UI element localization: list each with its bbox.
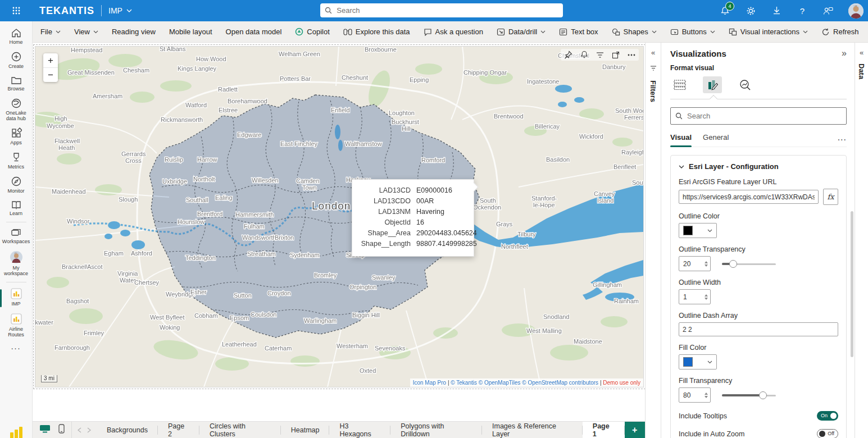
pin-visual-icon[interactable] (564, 51, 572, 59)
next-page-icon[interactable] (87, 425, 91, 435)
zoom-out-button[interactable]: − (43, 68, 58, 82)
expand-data-icon[interactable]: « (860, 48, 864, 57)
prev-page-icon[interactable] (78, 425, 81, 435)
map-label: Teddington (185, 254, 216, 261)
alerts-icon[interactable] (580, 51, 588, 59)
search-input[interactable] (335, 6, 558, 15)
expand-filters-icon[interactable]: « (651, 48, 655, 57)
mobile-layout-button[interactable]: Mobile layout (169, 28, 212, 36)
view-menu[interactable]: View (74, 28, 98, 36)
esri-url-input[interactable] (679, 190, 819, 204)
fill-color-dropdown[interactable] (679, 354, 717, 369)
stepper-icons[interactable] (705, 261, 708, 267)
shapes-menu[interactable]: Shapes (612, 28, 657, 36)
map-label: London (312, 200, 351, 212)
nav-more[interactable]: ... (0, 341, 33, 353)
nav-report-airline-routes[interactable]: Airline Routes (0, 310, 33, 341)
collapse-pane-icon[interactable]: » (842, 48, 847, 58)
help-icon[interactable]: ? (797, 5, 808, 16)
notifications-icon[interactable]: 4 (719, 5, 730, 16)
reading-view-button[interactable]: Reading view (112, 28, 156, 36)
map-label: Borehamwood (228, 98, 267, 104)
feedback-icon[interactable] (822, 5, 834, 16)
add-page-button[interactable]: + (625, 422, 645, 438)
copilot-button[interactable]: Copilot (295, 28, 329, 36)
mobile-view-icon[interactable] (58, 424, 65, 436)
outline-color-dropdown[interactable] (679, 223, 717, 238)
page-tab-images-reference-layer[interactable]: Images & Reference Layer (482, 422, 583, 438)
nav-browse[interactable]: Browse (0, 72, 33, 95)
settings-gear-icon[interactable] (745, 5, 756, 16)
fields-tab-icon[interactable] (670, 76, 689, 93)
filter-icon[interactable] (596, 52, 604, 58)
tab-general[interactable]: General (703, 133, 729, 143)
attribution-link[interactable]: © OpenStreetMap contributors (522, 380, 598, 386)
format-tab-icon[interactable] (703, 76, 722, 93)
desktop-view-icon[interactable] (39, 424, 51, 436)
app-launcher-icon[interactable] (6, 0, 27, 21)
nav-onelake-data-hub[interactable]: OneLake data hub (0, 95, 33, 125)
map-label: Epsom (230, 314, 249, 321)
pane-scrollbar[interactable] (851, 211, 853, 357)
fill-transpar ency-input[interactable]: 80 (679, 387, 711, 403)
attribution-link[interactable]: Icon Map Pro (413, 380, 446, 386)
attribution-link[interactable]: © OpenMapTiles (479, 380, 521, 386)
filters-pane-title[interactable]: Filters (649, 80, 657, 102)
more-options-icon[interactable]: ... (838, 133, 847, 143)
explore-data-button[interactable]: Explore this data (343, 28, 410, 36)
stepper-icons[interactable] (705, 393, 708, 398)
fx-conditional-format-button[interactable]: fx (823, 189, 838, 205)
map-label: Swanley (372, 274, 396, 281)
dash-array-input[interactable] (679, 322, 838, 336)
user-avatar[interactable] (848, 3, 864, 19)
ask-question-button[interactable]: Ask a question (424, 28, 483, 36)
page-tab-polygons-with-drilldown[interactable]: Polygons with Drilldown (390, 422, 482, 438)
page-tab-backgrounds[interactable]: Backgrounds (97, 422, 158, 438)
global-search[interactable] (320, 3, 563, 17)
include-auto-zoom-toggle[interactable]: Off (817, 429, 838, 438)
top-icons: 4 ? (719, 0, 864, 21)
nav-monitor[interactable]: Monitor (0, 173, 33, 197)
file-menu[interactable]: File (40, 28, 61, 36)
data-pane-title[interactable]: Data (857, 63, 866, 79)
outline-width-input[interactable]: 1 (679, 289, 711, 304)
search-icon (675, 112, 682, 120)
data-drill-menu[interactable]: Data/drill (497, 28, 546, 36)
nav-apps[interactable]: Apps (0, 125, 33, 149)
focus-mode-icon[interactable] (612, 51, 620, 59)
nav-workspaces[interactable]: Workspaces (0, 225, 33, 248)
page-tab-heatmap[interactable]: Heatmap (281, 422, 330, 438)
outline-transparency-input[interactable]: 20 (679, 256, 711, 271)
include-tooltips-toggle[interactable]: On (817, 411, 838, 421)
attribution-link[interactable]: © Tekantis (451, 380, 477, 386)
format-search[interactable] (670, 107, 847, 125)
outline-transparency-slider[interactable] (722, 260, 776, 268)
stepper-icons[interactable] (705, 294, 708, 300)
map-visual[interactable]: HempsteadSt AlbansWelham GreenBroxbourne… (35, 46, 644, 387)
nav-metrics[interactable]: Metrics (0, 149, 33, 173)
chevron-down-icon (679, 165, 684, 168)
visual-interactions-menu[interactable]: Visual interactions (729, 28, 808, 36)
tab-visual[interactable]: Visual (670, 133, 692, 143)
nav-report-imp[interactable]: IMP (0, 285, 33, 310)
more-options-icon[interactable] (628, 54, 635, 56)
refresh-button[interactable]: Refresh (821, 28, 859, 36)
zoom-in-button[interactable]: + (43, 53, 58, 68)
analytics-tab-icon[interactable] (735, 76, 755, 93)
fill-transparency-slider[interactable] (722, 391, 776, 399)
nav-home[interactable]: Home (0, 25, 33, 48)
open-data-model-button[interactable]: Open data model (226, 28, 282, 36)
nav-my-workspace[interactable]: My workspace (0, 248, 33, 280)
nav-learn[interactable]: Learn (0, 197, 33, 220)
buttons-menu[interactable]: Buttons (670, 28, 715, 36)
page-tab-page2[interactable]: Page 2 (158, 422, 199, 438)
esri-section-header[interactable]: Esri Layer - Configuration (679, 162, 838, 171)
format-search-input[interactable] (686, 111, 842, 121)
page-tab-circles-with-clusters[interactable]: Circles with Clusters (199, 422, 281, 438)
nav-create[interactable]: Create (0, 48, 33, 72)
text-box-button[interactable]: Text box (559, 28, 598, 36)
download-icon[interactable] (771, 5, 782, 16)
workspace-switcher[interactable]: IMP (108, 6, 132, 15)
page-tab-page1[interactable]: Page 1 (583, 422, 625, 438)
page-tab-h3-hexagons[interactable]: H3 Hexagons (329, 422, 390, 438)
